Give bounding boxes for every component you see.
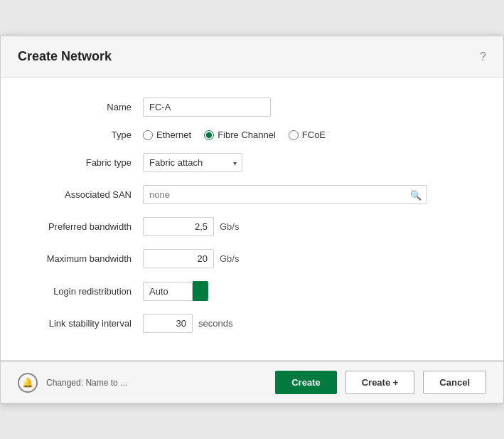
- name-input[interactable]: [143, 97, 271, 117]
- radio-fibre-channel[interactable]: Fibre Channel: [204, 129, 276, 140]
- type-label: Type: [29, 129, 143, 140]
- maximum-bandwidth-row: Maximum bandwidth Gb/s: [29, 249, 475, 268]
- radio-fcoe-label: FCoE: [302, 129, 326, 140]
- radio-fcoe-input[interactable]: [289, 130, 299, 140]
- login-redistribution-label: Login redistribution: [29, 286, 143, 297]
- maximum-bandwidth-label: Maximum bandwidth: [29, 253, 143, 264]
- type-radio-group: Ethernet Fibre Channel FCoE: [143, 129, 475, 140]
- preferred-bandwidth-label: Preferred bandwidth: [29, 221, 143, 232]
- name-label: Name: [29, 102, 143, 112]
- radio-ethernet[interactable]: Ethernet: [143, 129, 191, 140]
- help-icon[interactable]: ?: [480, 51, 486, 63]
- login-redistribution-wrapper: [143, 281, 475, 301]
- link-stability-unit: seconds: [198, 318, 232, 329]
- login-redistribution-row: Login redistribution: [29, 281, 475, 301]
- link-stability-row: Link stability interval seconds: [29, 314, 475, 333]
- link-stability-wrapper: seconds: [143, 314, 475, 333]
- dialog-footer: 🔔 Changed: Name to ... Create Create + C…: [1, 360, 503, 403]
- create-button[interactable]: Create: [275, 371, 336, 394]
- changed-text: Changed: Name to ...: [46, 378, 267, 388]
- create-plus-button[interactable]: Create +: [345, 371, 415, 394]
- associated-san-input[interactable]: [143, 185, 427, 204]
- radio-ethernet-input[interactable]: [143, 130, 153, 140]
- maximum-bandwidth-input[interactable]: [143, 249, 214, 268]
- preferred-bandwidth-input[interactable]: [143, 217, 214, 236]
- radio-fc-input[interactable]: [204, 130, 214, 140]
- login-redistribution-input[interactable]: [143, 282, 193, 301]
- dialog-body: Name Type Ethernet Fibre Channel FCoE: [1, 78, 503, 360]
- radio-ethernet-label: Ethernet: [156, 129, 191, 140]
- fabric-type-row: Fabric type Fabric attach Direct attach …: [29, 153, 475, 172]
- associated-san-row: Associated SAN 🔍: [29, 185, 475, 204]
- name-row: Name: [29, 97, 475, 117]
- preferred-bandwidth-unit: Gb/s: [220, 221, 239, 232]
- cancel-button[interactable]: Cancel: [423, 371, 486, 394]
- create-network-dialog: Create Network ? Name Type Ethernet Fibr…: [0, 36, 504, 403]
- fabric-type-select-wrapper: Fabric attach Direct attach ▾: [143, 153, 242, 172]
- maximum-bandwidth-unit: Gb/s: [220, 253, 239, 264]
- dialog-header: Create Network ?: [1, 36, 503, 78]
- type-row: Type Ethernet Fibre Channel FCoE: [29, 129, 475, 140]
- bell-icon: 🔔: [22, 377, 33, 388]
- login-redistribution-control: [143, 281, 475, 301]
- associated-san-label: Associated SAN: [29, 189, 143, 200]
- fabric-type-select[interactable]: Fabric attach Direct attach: [143, 153, 242, 172]
- dialog-title: Create Network: [18, 49, 112, 64]
- san-input-wrapper: 🔍: [143, 185, 427, 204]
- link-stability-label: Link stability interval: [29, 318, 143, 329]
- fabric-type-label: Fabric type: [29, 157, 143, 168]
- radio-fcoe[interactable]: FCoE: [289, 129, 326, 140]
- login-redistribution-toggle[interactable]: [193, 281, 208, 301]
- notification-icon: 🔔: [18, 373, 38, 393]
- associated-san-field-wrapper: 🔍: [143, 185, 475, 204]
- radio-fc-label: Fibre Channel: [218, 129, 276, 140]
- preferred-bandwidth-wrapper: Gb/s: [143, 217, 475, 236]
- link-stability-input[interactable]: [143, 314, 193, 333]
- fabric-type-field-wrapper: Fabric attach Direct attach ▾: [143, 153, 475, 172]
- preferred-bandwidth-row: Preferred bandwidth Gb/s: [29, 217, 475, 236]
- name-field-wrapper: [143, 97, 475, 117]
- maximum-bandwidth-wrapper: Gb/s: [143, 249, 475, 268]
